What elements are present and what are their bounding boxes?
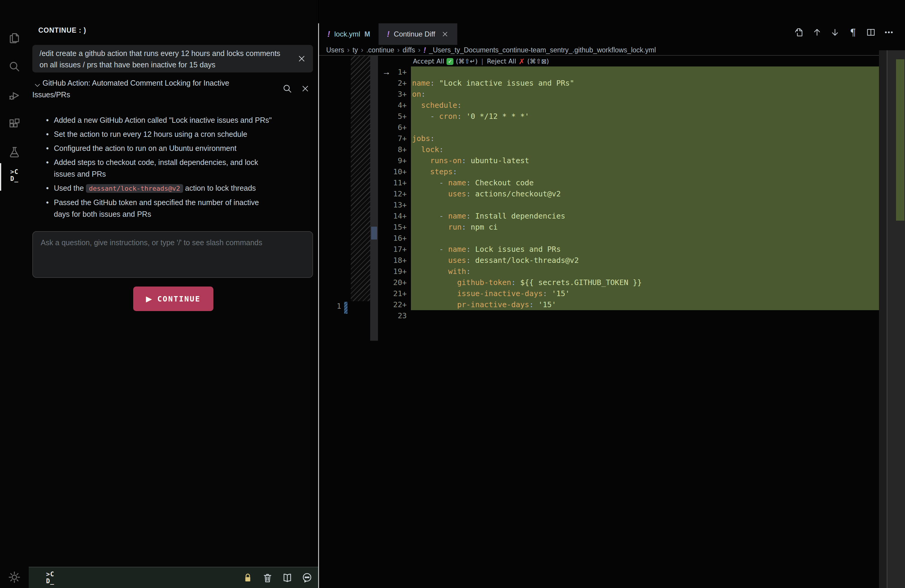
line-content (411, 199, 879, 210)
run-debug-icon[interactable] (7, 88, 22, 102)
explorer-icon[interactable] (7, 31, 22, 46)
line-number: 16+ (378, 233, 407, 244)
previous-change-icon[interactable] (811, 27, 822, 38)
line-content: github-token: ${{ secrets.GITHUB_TOKEN }… (411, 277, 879, 288)
editor-tab-bar: !lock.ymlM!Continue Diff (319, 23, 457, 45)
scrollbar-divider (887, 50, 888, 588)
tab-lock-yml[interactable]: !lock.ymlM (319, 23, 379, 45)
line-content: lock: (411, 144, 879, 155)
breadcrumb-item[interactable]: ty (352, 46, 358, 54)
lock-icon[interactable] (242, 572, 254, 583)
tab-close-icon[interactable] (441, 30, 449, 38)
diff-line-13: 13+ (378, 199, 905, 210)
line-number: 23 (378, 310, 407, 321)
breadcrumb-error-icon: ! (424, 46, 426, 54)
search-icon[interactable] (7, 59, 22, 74)
more-icon[interactable] (883, 27, 894, 38)
line-number: 17+ (378, 244, 407, 255)
breadcrumb-separator-icon: › (397, 46, 400, 54)
line-number: 1+ (378, 67, 407, 78)
line-number: 5+ (378, 111, 407, 122)
bullet-text: Configured the action to run on an Ubunt… (54, 144, 237, 153)
line-number: 11+ (378, 177, 407, 188)
response-search-icon[interactable] (282, 83, 293, 94)
breadcrumb-item[interactable]: Users (326, 46, 344, 54)
prompt-close-icon[interactable] (297, 54, 306, 64)
line-number: 4+ (378, 100, 407, 111)
pilcrow-icon[interactable]: ¶ (848, 27, 858, 38)
breadcrumb-item[interactable]: diffs (403, 46, 415, 54)
line-number: 6+ (378, 122, 407, 133)
accept-all-action[interactable]: Accept All (413, 58, 444, 65)
line-content: uses: actions/checkout@v2 (411, 188, 879, 199)
user-prompt-message: /edit create a github action that runs e… (32, 45, 313, 72)
diff-line-22: 22+ pr-inactive-days: '15' (378, 299, 905, 310)
inline-code-chip: dessant/lock-threads@v2 (86, 184, 183, 193)
overview-ruler-added-region (896, 59, 904, 221)
editor-action-icons: ¶ (794, 27, 894, 38)
line-number: 18+ (378, 255, 407, 266)
diff-editor: !lock.ymlM!Continue Diff ¶ Users›ty›.con… (319, 0, 905, 588)
cross-icon: ✗ (519, 57, 525, 66)
diff-line-7: 7+jobs: (378, 133, 905, 144)
continue-extension-icon[interactable]: >CD_ (7, 168, 22, 183)
docs-book-icon[interactable] (282, 572, 293, 583)
diff-line-2: 2+name: "Lock inactive issues and PRs" (378, 78, 905, 89)
code-editor-content[interactable]: 1+2+name: "Lock inactive issues and PRs"… (378, 67, 905, 321)
line-number: 8+ (378, 144, 407, 155)
line-content: issue-inactive-days: '15' (411, 288, 879, 299)
summary-bullet: Used the dessant/lock-threads@v2 action … (45, 182, 275, 194)
left-pane-line-number: 1 (326, 302, 341, 310)
response-bullet-list: Added a new GitHub Action called "Lock i… (45, 114, 275, 222)
trash-icon[interactable] (262, 572, 273, 583)
breadcrumb-item[interactable]: .continue (366, 46, 394, 54)
line-number: 2+ (378, 78, 407, 89)
breadcrumb-file[interactable]: _Users_ty_Documents_continue-team_sentry… (429, 46, 656, 54)
panel-bottom-icons (242, 572, 313, 583)
active-view-indicator (0, 163, 1, 191)
diff-line-3: 3+on: (378, 89, 905, 100)
line-number: 12+ (378, 188, 407, 199)
split-editor-icon[interactable] (865, 27, 876, 38)
settings-gear-icon[interactable] (7, 570, 22, 585)
line-content: jobs: (411, 133, 879, 144)
response-close-icon[interactable] (300, 84, 310, 94)
chat-input[interactable]: Ask a question, give instructions, or ty… (32, 231, 313, 278)
line-content (411, 122, 879, 133)
play-icon: ▶ (146, 294, 152, 303)
sash-scrollbar-thumb[interactable] (371, 227, 377, 240)
breadcrumb-separator-icon: › (361, 46, 363, 54)
line-content: run: npm ci (411, 222, 879, 233)
line-content: - cron: '0 */12 * * *' (411, 111, 879, 122)
diff-line-6: 6+ (378, 122, 905, 133)
diff-line-8: 8+ lock: (378, 144, 905, 155)
bullet-text: Used the (54, 184, 86, 192)
diff-line-17: 17+ - name: Lock issues and PRs (378, 244, 905, 255)
tab-continue-diff[interactable]: !Continue Diff (379, 23, 457, 45)
feedback-comment-icon[interactable] (302, 572, 313, 583)
continue-button-label: CONTINUE (157, 295, 200, 303)
testing-beaker-icon[interactable] (7, 145, 22, 159)
reject-all-action[interactable]: Reject All (487, 58, 516, 65)
editor-scrollbar-zone (879, 50, 905, 588)
breadcrumb: Users›ty›.continue›diffs›!_Users_ty_Docu… (326, 45, 656, 55)
response-section-header[interactable]: GitHub Action: Automated Comment Locking… (32, 77, 254, 100)
diff-line-21: 21+ issue-inactive-days: '15' (378, 288, 905, 299)
continue-side-panel: CONTINUE : ) /edit create a github actio… (29, 0, 318, 588)
line-content: runs-on: ubuntu-latest (411, 155, 879, 166)
chevron-down-icon[interactable] (32, 80, 43, 87)
diff-line-1: 1+ (378, 67, 905, 78)
continue-button[interactable]: ▶ CONTINUE (133, 286, 213, 311)
go-to-file-icon[interactable] (794, 27, 805, 38)
bullet-text: Passed the GitHub token and specified th… (54, 198, 259, 218)
line-number: 19+ (378, 266, 407, 277)
diff-line-14: 14+ - name: Install dependencies (378, 210, 905, 222)
extensions-icon[interactable] (7, 116, 22, 131)
line-number: 21+ (378, 288, 407, 299)
summary-bullet: Added steps to checkout code, install de… (45, 157, 275, 180)
next-change-icon[interactable] (830, 27, 840, 38)
bullet-text: Added steps to checkout code, install de… (54, 158, 258, 178)
line-content: - name: Checkout code (411, 177, 879, 188)
diff-line-23: 23 (378, 310, 905, 321)
line-number: 9+ (378, 155, 407, 166)
